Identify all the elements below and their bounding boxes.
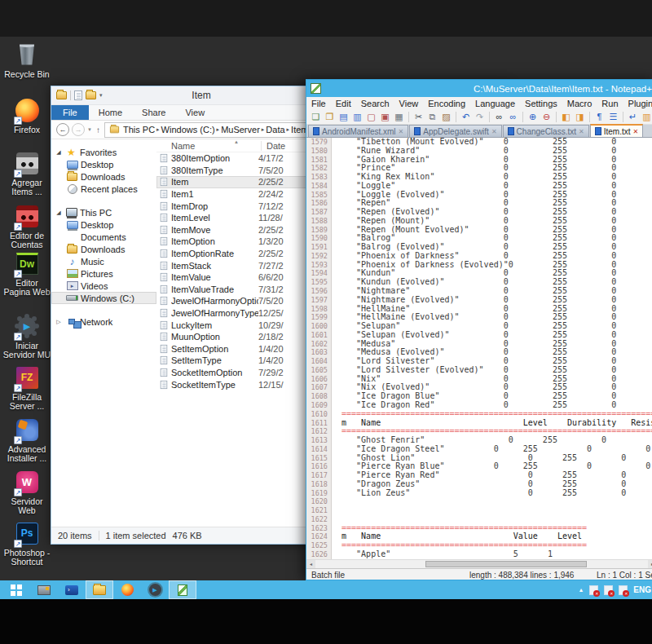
taskbar-button-file-explorer[interactable] (86, 580, 113, 599)
save-all-icon[interactable]: ▥ (351, 111, 363, 123)
desktop-icon-editor-de-cuentas[interactable]: Editor de Cuentas (2, 202, 52, 249)
screen: Recycle BinFirefoxAgregar Items ...Edito… (0, 0, 652, 644)
wrap-icon[interactable]: ↵ (627, 111, 639, 123)
indent-guide-icon[interactable]: ☰ (607, 111, 619, 123)
desktop-icon-servidor-web[interactable]: Servidor Web (2, 468, 52, 515)
sidebar-item-desktop[interactable]: Desktop (51, 218, 156, 231)
ribbon-tab-view[interactable]: View (175, 105, 214, 120)
new-file-icon[interactable]: ❏ (310, 111, 322, 123)
copy-icon[interactable]: ⧉ (426, 111, 438, 123)
tray-error-icon-1[interactable] (589, 585, 598, 595)
sidebar-group-this-pc[interactable]: ◢This PC (51, 206, 156, 218)
breadcrumb-item[interactable]: This PC (123, 125, 155, 135)
menu-edit[interactable]: Edit (331, 99, 356, 108)
tab-appdelegate-swift[interactable]: AppDelegate.swift✕ (409, 125, 501, 137)
back-button[interactable]: ← (56, 123, 69, 136)
language-indicator[interactable]: ENG (633, 585, 651, 594)
taskbar-button-powershell[interactable] (58, 580, 86, 599)
menu-language[interactable]: Language (470, 99, 520, 108)
advanced-installer-icon (13, 416, 41, 443)
scroll-right-arrow-icon[interactable]: ▸ (648, 560, 652, 568)
paste-icon[interactable]: ▨ (440, 111, 452, 123)
close-tab-icon[interactable]: ✕ (632, 128, 638, 135)
close-tab-icon[interactable]: ✕ (491, 128, 497, 135)
sidebar-item-recent-places[interactable]: Recent places (51, 183, 156, 195)
breadcrumb-item[interactable]: Data (266, 125, 284, 135)
find-icon[interactable]: ∞ (493, 111, 505, 123)
tray-error-icon-2[interactable] (604, 585, 613, 595)
open-file-icon[interactable]: ❐ (324, 111, 336, 123)
close-tab-icon[interactable]: ✕ (399, 128, 404, 135)
taskbar-button-server-manager[interactable] (30, 580, 58, 599)
zoom-in-icon[interactable]: ⊕ (526, 111, 539, 123)
sidebar-item-downloads[interactable]: Downloads (51, 170, 156, 183)
scrollbar-thumb[interactable] (425, 561, 587, 567)
forward-button[interactable]: → (72, 123, 85, 136)
breadcrumb-item[interactable]: Windows (C:) (161, 125, 215, 135)
expanded-arrow-icon[interactable]: ◢ (55, 149, 63, 156)
up-button[interactable]: ↑ (95, 126, 102, 135)
breadcrumb-item[interactable]: MuServer (221, 125, 260, 135)
scroll-left-arrow-icon[interactable]: ◂ (306, 560, 315, 568)
find-in-files-icon[interactable]: ∞ (507, 111, 519, 123)
sync-horizontal-icon[interactable]: ◨ (574, 111, 586, 123)
menu-settings[interactable]: Settings (520, 99, 562, 108)
desktop-icon-recycle-bin[interactable]: Recycle Bin (2, 41, 52, 79)
desktop-icon-photoshop-shortcut[interactable]: Photoshop - Shortcut (2, 519, 52, 567)
close-tab-icon[interactable]: ✕ (579, 128, 584, 135)
tray-error-icon-3[interactable] (619, 585, 628, 595)
sidebar-item-desktop[interactable]: Desktop (51, 158, 156, 170)
desktop-icon-agregar-items[interactable]: Agregar Items ... (2, 149, 52, 196)
sidebar-item-videos[interactable]: Videos (51, 280, 156, 292)
ribbon-tab-file[interactable]: File (51, 105, 89, 120)
sidebar-group-favorites[interactable]: ◢Favorites (51, 146, 156, 158)
desktop-icon-firefox[interactable]: Firefox (2, 96, 52, 135)
menu-file[interactable]: File (306, 99, 331, 108)
tab-item-txt[interactable]: Item.txt✕ (590, 124, 644, 137)
tab-androidmanifest-xml[interactable]: AndroidManifest.xml✕ (308, 125, 408, 137)
tray-expand-icon[interactable]: ▲ (578, 587, 584, 593)
view-all-chars-icon[interactable]: ¶ (593, 111, 606, 123)
ribbon-tab-share[interactable]: Share (132, 105, 175, 120)
sidebar-item-pictures[interactable]: Pictures (51, 267, 156, 280)
sidebar-item-downloads[interactable]: Downloads (51, 243, 156, 255)
desktop-icon-filezilla-server[interactable]: FileZilla Server ... (2, 364, 52, 411)
npp-titlebar[interactable]: C:\MuServer\Data\Item\Item.txt - Notepad… (306, 80, 652, 97)
undo-icon[interactable]: ↶ (460, 111, 472, 123)
sidebar-item-documents[interactable]: Documents (51, 231, 156, 243)
redo-icon[interactable]: ↷ (474, 111, 486, 123)
desktop-icon-advanced-installer[interactable]: Advanced Installer ... (2, 416, 52, 463)
horizontal-scrollbar[interactable]: ◂ ▸ (306, 559, 652, 568)
sidebar-group-network[interactable]: ▷Network (51, 315, 156, 328)
taskbar-button-notepad-plus-plus[interactable] (169, 580, 196, 599)
expanded-arrow-icon[interactable]: ◢ (55, 210, 63, 216)
menu-view[interactable]: View (394, 99, 424, 108)
history-chevron-icon[interactable]: ▼ (87, 127, 92, 132)
sidebar-item-windows-c-[interactable]: Windows (C:) (51, 292, 156, 304)
close-all-icon[interactable]: ▣ (379, 111, 391, 123)
menu-run[interactable]: Run (597, 99, 623, 108)
save-icon[interactable]: ▤ (337, 111, 350, 123)
taskbar-button-firefox[interactable] (113, 580, 141, 599)
taskbar-button-start[interactable] (2, 580, 30, 599)
desktop-icon-editor-pagina-web[interactable]: Editor Pagina Web (2, 249, 52, 297)
cut-icon[interactable]: ✂ (412, 111, 425, 123)
menu-plugins[interactable]: Plugins (623, 99, 652, 108)
column-header-date[interactable]: Date (261, 141, 285, 151)
print-icon[interactable]: ▦ (393, 111, 405, 123)
editor-area[interactable]: 1579 "Tibetton (Mount Evolved)" 0 255 01… (306, 138, 652, 559)
sidebar-item-music[interactable]: Music (51, 255, 156, 267)
tab-changeclass-txt[interactable]: ChangeClass.txt✕ (503, 125, 589, 137)
menu-macro[interactable]: Macro (562, 99, 597, 108)
taskbar-button-mu-server[interactable] (141, 580, 169, 599)
zoom-out-icon[interactable]: ⊖ (540, 111, 553, 123)
menu-encoding[interactable]: Encoding (423, 99, 470, 108)
close-icon[interactable]: ▢ (365, 111, 377, 123)
menu-search[interactable]: Search (356, 99, 394, 108)
sync-vertical-icon[interactable]: ◧ (560, 111, 572, 123)
doc-map-icon[interactable]: ▥ (641, 111, 652, 123)
collapsed-arrow-icon[interactable]: ▷ (55, 319, 63, 325)
ribbon-tab-home[interactable]: Home (89, 105, 132, 120)
column-header-name[interactable]: Name (171, 141, 195, 151)
desktop-icon-iniciar-servidor-mu[interactable]: ▶Iniciar Servidor MU (2, 312, 52, 359)
